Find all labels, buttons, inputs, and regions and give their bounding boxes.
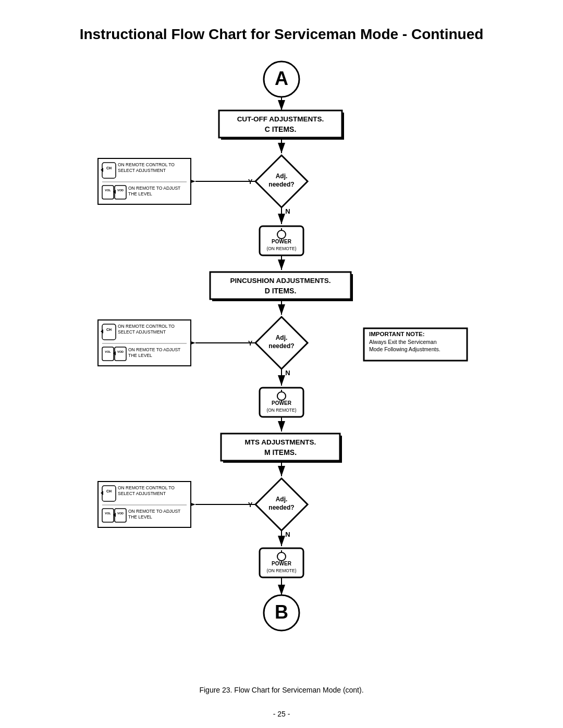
svg-text:SELECT ADJUSTMENT: SELECT ADJUSTMENT: [118, 329, 166, 335]
svg-text:Adj.: Adj.: [276, 496, 288, 503]
svg-text:VOD: VOD: [117, 512, 124, 515]
flowchart-container: A CUT-OFF ADJUSTMENTS. C ITEMS. Adj. nee…: [31, 58, 532, 673]
svg-text:VOD: VOD: [117, 189, 124, 192]
svg-rect-95: [115, 509, 126, 522]
svg-text:SELECT ADJUSTMENT: SELECT ADJUSTMENT: [118, 491, 166, 496]
svg-text:N: N: [285, 369, 290, 377]
svg-text:Adj.: Adj.: [276, 172, 288, 180]
svg-text:POWER: POWER: [272, 561, 292, 566]
svg-text:VOD: VOD: [117, 350, 124, 353]
svg-text:POWER: POWER: [272, 400, 292, 406]
svg-text:POWER: POWER: [272, 239, 292, 244]
svg-rect-39: [210, 272, 351, 299]
svg-rect-6: [219, 110, 342, 138]
svg-text:CUT-OFF ADJUSTMENTS.: CUT-OFF ADJUSTMENTS.: [237, 115, 324, 123]
svg-text:MTS ADJUSTMENTS.: MTS ADJUSTMENTS.: [245, 438, 316, 446]
svg-rect-75: [221, 434, 340, 461]
svg-text:N: N: [285, 530, 290, 538]
svg-rect-19: [102, 163, 116, 178]
svg-text:THE LEVEL: THE LEVEL: [128, 191, 152, 196]
svg-text:VOL: VOL: [105, 512, 111, 515]
svg-rect-25: [102, 186, 114, 199]
svg-text:needed?: needed?: [268, 504, 294, 511]
svg-text:B: B: [275, 601, 288, 623]
svg-text:C ITEMS.: C ITEMS.: [265, 125, 297, 133]
svg-text:IMPORTANT NOTE:: IMPORTANT NOTE:: [369, 331, 424, 337]
svg-rect-57: [102, 347, 114, 361]
svg-text:(ON REMOTE): (ON REMOTE): [266, 246, 296, 251]
svg-text:SELECT ADJUSTMENT: SELECT ADJUSTMENT: [118, 168, 166, 173]
svg-text:VOL: VOL: [105, 189, 111, 192]
svg-text:CH: CH: [106, 489, 112, 493]
svg-text:CH: CH: [106, 166, 112, 170]
figure-caption: Figure 23. Flow Chart for Serviceman Mod…: [31, 686, 532, 694]
svg-text:PINCUSHION ADJUSTMENTS.: PINCUSHION ADJUSTMENTS.: [230, 277, 331, 285]
page-title: Instructional Flow Chart for Serviceman …: [31, 26, 532, 43]
svg-rect-51: [102, 324, 116, 340]
svg-text:(ON REMOTE): (ON REMOTE): [266, 408, 296, 413]
svg-rect-93: [102, 509, 114, 522]
svg-text:ON REMOTE CONTROL TO: ON REMOTE CONTROL TO: [118, 324, 175, 329]
svg-text:ON REMOTE CONTROL TO: ON REMOTE CONTROL TO: [118, 162, 175, 167]
svg-text:CH: CH: [106, 328, 112, 331]
svg-text:needed?: needed?: [268, 342, 294, 350]
svg-rect-87: [102, 486, 116, 501]
figure-caption-text: Figure 23. Flow Chart for Serviceman Mod…: [199, 686, 363, 694]
svg-text:VOL: VOL: [105, 350, 111, 353]
svg-text:D ITEMS.: D ITEMS.: [265, 287, 297, 295]
svg-text:THE LEVEL: THE LEVEL: [128, 353, 152, 358]
svg-text:THE LEVEL: THE LEVEL: [128, 514, 152, 520]
svg-rect-59: [115, 347, 126, 361]
svg-text:ON REMOTE CONTROL TO: ON REMOTE CONTROL TO: [118, 485, 175, 490]
svg-text:Adj.: Adj.: [276, 334, 288, 341]
svg-text:Mode Following Adjustments.: Mode Following Adjustments.: [369, 346, 440, 352]
svg-text:(ON REMOTE): (ON REMOTE): [266, 568, 296, 573]
svg-text:Always Exit the Serviceman: Always Exit the Serviceman: [369, 339, 437, 345]
svg-text:M ITEMS.: M ITEMS.: [264, 448, 297, 456]
page-number: - 25 -: [31, 710, 532, 718]
svg-text:ON REMOTE TO ADJUST: ON REMOTE TO ADJUST: [128, 186, 180, 191]
svg-text:needed?: needed?: [268, 181, 294, 188]
svg-text:ON REMOTE TO ADJUST: ON REMOTE TO ADJUST: [128, 347, 180, 352]
svg-text:N: N: [285, 207, 290, 215]
svg-text:ON REMOTE TO ADJUST: ON REMOTE TO ADJUST: [128, 509, 180, 514]
flowchart-svg: A CUT-OFF ADJUSTMENTS. C ITEMS. Adj. nee…: [68, 58, 495, 673]
svg-text:A: A: [275, 68, 288, 89]
svg-rect-27: [115, 186, 126, 199]
